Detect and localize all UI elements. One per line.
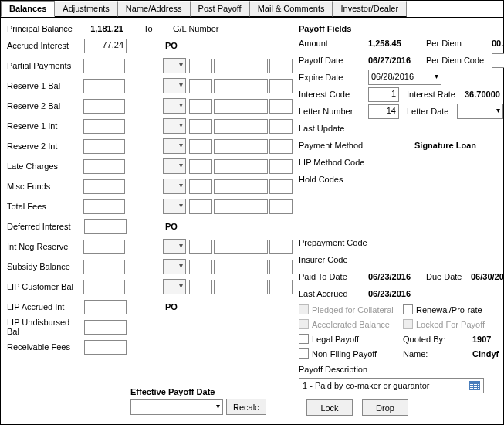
gl-c[interactable]	[269, 199, 293, 214]
payoff-description-input[interactable]: 1 - Paid by co-maker or guarantor	[299, 378, 484, 393]
legal-payoff-checkbox[interactable]	[299, 334, 309, 344]
per-diem-code-input[interactable]: 1	[492, 53, 504, 68]
tab-adjustments[interactable]: Adjustments	[55, 1, 118, 17]
tab-post-payoff[interactable]: Post Payoff	[191, 1, 250, 17]
payment-method-label: Payment Method	[299, 141, 391, 150]
letter-number-input[interactable]: 14	[368, 104, 399, 119]
receivable-fees-input[interactable]	[84, 340, 127, 355]
right-panel: Payoff Fields Amount 1,258.45 Per Diem 0…	[293, 24, 504, 418]
lip-undisbursed-input[interactable]	[84, 320, 127, 335]
gl-b[interactable]	[214, 139, 268, 154]
gl-a[interactable]	[189, 99, 212, 114]
partial-payments-to-drop[interactable]	[163, 58, 186, 73]
total-fees-drop[interactable]	[163, 199, 186, 214]
partial-payments-input[interactable]	[83, 59, 125, 73]
gl-c[interactable]	[269, 159, 293, 174]
tab-mail-comments[interactable]: Mail & Comments	[250, 1, 333, 17]
total-fees-label: Total Fees	[7, 202, 83, 211]
gl-b[interactable]	[214, 280, 268, 294]
lip-customer-bal-drop[interactable]	[163, 279, 186, 294]
deferred-interest-input[interactable]	[84, 219, 127, 234]
recalc-button[interactable]: Recalc	[226, 399, 266, 415]
total-fees-input[interactable]	[83, 199, 125, 214]
tab-balances[interactable]: Balances	[1, 1, 55, 17]
renewal-checkbox[interactable]	[403, 304, 413, 314]
payoff-description-label: Payoff Description	[299, 365, 367, 374]
gl-a[interactable]	[189, 179, 212, 194]
reserve1-bal-input[interactable]	[83, 79, 125, 94]
nonfiling-checkbox[interactable]	[299, 348, 309, 359]
letter-number-label: Letter Number	[299, 107, 368, 116]
accrued-interest-label: Accrued Interest	[7, 41, 84, 50]
letter-date-label: Letter Date	[407, 107, 457, 116]
reserve1-bal-label: Reserve 1 Bal	[7, 81, 83, 90]
expire-date-dropdown[interactable]: 06/28/2016	[368, 70, 441, 85]
nonfiling-label: Non-Filing Payoff	[312, 349, 377, 359]
amount-label: Amount	[299, 39, 368, 48]
gl-a[interactable]	[189, 59, 212, 73]
gl-b[interactable]	[214, 99, 268, 114]
gl-b[interactable]	[214, 179, 268, 194]
gl-c[interactable]	[269, 139, 293, 154]
reserve2-int-input[interactable]	[83, 139, 125, 154]
gl-c[interactable]	[269, 79, 293, 94]
gl-c[interactable]	[269, 99, 293, 114]
reserve1-bal-drop[interactable]	[163, 78, 186, 94]
gl-a[interactable]	[189, 119, 212, 134]
effective-payoff-date-dropdown[interactable]	[130, 400, 223, 415]
misc-funds-drop[interactable]	[163, 178, 186, 194]
misc-funds-label: Misc Funds	[7, 182, 83, 191]
subsidy-balance-drop[interactable]	[163, 259, 186, 274]
reserve2-bal-drop[interactable]	[163, 98, 186, 114]
gl-c[interactable]	[269, 280, 293, 294]
late-charges-input[interactable]	[83, 159, 125, 174]
gl-b[interactable]	[214, 159, 268, 174]
gl-a[interactable]	[189, 280, 212, 294]
gl-c[interactable]	[269, 59, 293, 73]
due-date-label: Due Date	[426, 272, 471, 281]
gl-c[interactable]	[269, 240, 293, 254]
app-window: Balances Adjustments Name/Address Post P…	[0, 0, 504, 425]
int-neg-reserve-drop[interactable]	[163, 239, 186, 254]
gl-a[interactable]	[189, 139, 212, 154]
gl-c[interactable]	[269, 119, 293, 134]
interest-code-input[interactable]: 1	[368, 87, 399, 102]
gl-a[interactable]	[189, 159, 212, 174]
pledged-label: Pledged for Collateral	[312, 305, 394, 314]
gl-b[interactable]	[214, 59, 268, 73]
subsidy-balance-input[interactable]	[83, 260, 125, 274]
gl-c[interactable]	[269, 260, 293, 274]
lip-accrued-int-input[interactable]	[84, 300, 127, 314]
lock-button[interactable]: Lock	[306, 400, 353, 416]
gl-c[interactable]	[269, 179, 293, 194]
misc-funds-input[interactable]	[83, 179, 125, 194]
gl-b[interactable]	[214, 240, 268, 254]
reserve1-int-input[interactable]	[83, 119, 125, 134]
gl-b[interactable]	[214, 119, 268, 134]
gl-a[interactable]	[189, 240, 212, 254]
gl-b[interactable]	[214, 79, 268, 94]
accrued-interest-input[interactable]: 77.24	[84, 39, 127, 53]
gl-b[interactable]	[214, 260, 268, 274]
interest-rate-label: Interest Rate	[407, 90, 465, 99]
late-charges-drop[interactable]	[163, 158, 186, 174]
grid-icon[interactable]	[469, 381, 480, 390]
tab-name-address[interactable]: Name/Address	[118, 1, 191, 17]
reserve2-bal-input[interactable]	[83, 99, 125, 114]
payoff-date-label: Payoff Date	[299, 56, 368, 65]
hold-codes-label: Hold Codes	[299, 175, 368, 184]
gl-a[interactable]	[189, 199, 212, 214]
expire-date-label: Expire Date	[299, 73, 368, 82]
tab-bar: Balances Adjustments Name/Address Post P…	[1, 1, 503, 18]
gl-a[interactable]	[189, 260, 212, 274]
gl-b[interactable]	[214, 199, 268, 214]
drop-button[interactable]: Drop	[362, 400, 408, 416]
int-neg-reserve-input[interactable]	[83, 240, 125, 254]
reserve2-int-drop[interactable]	[163, 138, 186, 154]
int-neg-reserve-label: Int Neg Reserve	[7, 242, 83, 251]
reserve1-int-drop[interactable]	[163, 118, 186, 134]
gl-a[interactable]	[189, 79, 212, 94]
tab-investor-dealer[interactable]: Investor/Dealer	[333, 1, 407, 17]
letter-date-dropdown[interactable]	[457, 104, 503, 119]
lip-customer-bal-input[interactable]	[83, 280, 125, 294]
